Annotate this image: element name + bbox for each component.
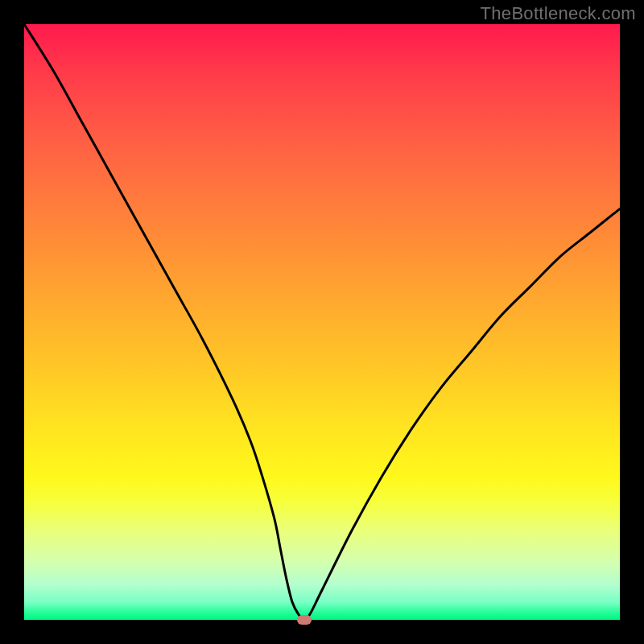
curve-svg (24, 24, 620, 620)
bottleneck-curve-path (24, 24, 620, 620)
minimum-marker (297, 615, 312, 625)
plot-area (24, 24, 620, 620)
watermark-text: TheBottleneck.com (481, 3, 636, 24)
chart-frame: TheBottleneck.com (0, 0, 644, 644)
